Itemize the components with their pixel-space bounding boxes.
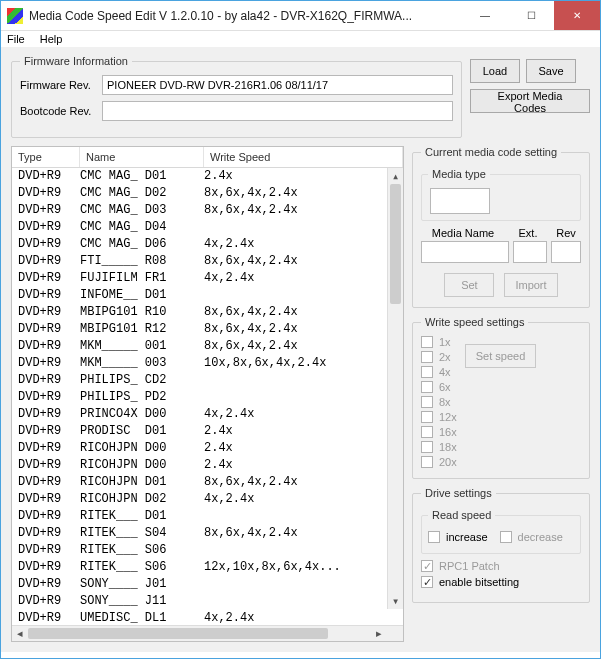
horizontal-scrollbar[interactable]: ◂ ▸ <box>12 625 403 641</box>
scroll-left-icon[interactable]: ◂ <box>12 626 28 641</box>
col-type[interactable]: Type <box>12 147 80 167</box>
set-button[interactable]: Set <box>444 273 494 297</box>
table-row[interactable]: DVD+R9RITEK___ S0612x,10x,8x,6x,4x... <box>12 559 387 576</box>
table-row[interactable]: DVD+R9RICOHJPN D002.4x <box>12 457 387 474</box>
bootcode-rev-value <box>102 101 453 121</box>
decrease-checkbox <box>500 531 512 543</box>
table-row[interactable]: DVD+R9SONY____ J11 <box>12 593 387 610</box>
save-button[interactable]: Save <box>526 59 576 83</box>
speed-checkbox <box>421 456 433 468</box>
table-row[interactable]: DVD+R9SONY____ J01 <box>12 576 387 593</box>
scroll-up-icon[interactable]: ▴ <box>388 168 403 184</box>
speed-checkbox <box>421 336 433 348</box>
media-table: Type Name Write Speed DVD+R9CMC MAG_ D01… <box>11 146 404 642</box>
table-row[interactable]: DVD+R9CMC MAG_ D028x,6x,4x,2.4x <box>12 185 387 202</box>
table-row[interactable]: DVD+R9RITEK___ S048x,6x,4x,2.4x <box>12 525 387 542</box>
speed-checkbox <box>421 381 433 393</box>
speed-checkbox <box>421 441 433 453</box>
media-name-label: Media Name <box>421 227 505 239</box>
scroll-thumb[interactable] <box>390 184 401 304</box>
rpc1-checkbox <box>421 560 433 572</box>
titlebar[interactable]: Media Code Speed Edit V 1.2.0.10 - by al… <box>1 1 600 31</box>
table-row[interactable]: DVD+R9CMC MAG_ D012.4x <box>12 168 387 185</box>
import-button[interactable]: Import <box>504 273 557 297</box>
table-row[interactable]: DVD+R9MKM_____ 0018x,6x,4x,2.4x <box>12 338 387 355</box>
firmware-legend: Firmware Information <box>20 55 132 67</box>
scroll-down-icon[interactable]: ▾ <box>388 593 403 609</box>
menu-file[interactable]: File <box>7 33 25 45</box>
table-row[interactable]: DVD+R9PHILIPS_ PD2 <box>12 389 387 406</box>
table-row[interactable]: DVD+R9RICOHJPN D018x,6x,4x,2.4x <box>12 474 387 491</box>
write-speed-group: Write speed settings 1x2x4x6x8x12x16x18x… <box>412 316 590 479</box>
col-name[interactable]: Name <box>80 147 204 167</box>
table-row[interactable]: DVD+R9CMC MAG_ D064x,2.4x <box>12 236 387 253</box>
firmware-rev-value: PIONEER DVD-RW DVR-216R1.06 08/11/17 <box>102 75 453 95</box>
table-row[interactable]: DVD+R9INFOME__ D01 <box>12 287 387 304</box>
menu-help[interactable]: Help <box>40 33 63 45</box>
maximize-button[interactable]: ☐ <box>508 1 554 30</box>
read-speed-group: Read speed increase decrease <box>421 509 581 554</box>
hscroll-thumb[interactable] <box>28 628 328 639</box>
ext-input[interactable] <box>513 241 547 263</box>
table-row[interactable]: DVD+R9FTI_____ R088x,6x,4x,2.4x <box>12 253 387 270</box>
table-row[interactable]: DVD+R9RITEK___ S06 <box>12 542 387 559</box>
speed-checkbox <box>421 351 433 363</box>
table-row[interactable]: DVD+R9PHILIPS_ CD2 <box>12 372 387 389</box>
minimize-button[interactable]: — <box>462 1 508 30</box>
table-row[interactable]: DVD+R9PRINCO4X D004x,2.4x <box>12 406 387 423</box>
table-row[interactable]: DVD+R9MBIPG101 R128x,6x,4x,2.4x <box>12 321 387 338</box>
table-row[interactable]: DVD+R9RITEK___ D01 <box>12 508 387 525</box>
close-button[interactable]: ✕ <box>554 1 600 30</box>
media-type-group: Media type <box>421 168 581 221</box>
vertical-scrollbar[interactable]: ▴ ▾ <box>387 168 403 609</box>
table-row[interactable]: DVD+R9PRODISC D012.4x <box>12 423 387 440</box>
window-title: Media Code Speed Edit V 1.2.0.10 - by al… <box>29 9 462 23</box>
set-speed-button[interactable]: Set speed <box>465 344 537 368</box>
table-row[interactable]: DVD+R9RICOHJPN D002.4x <box>12 440 387 457</box>
increase-checkbox[interactable] <box>428 531 440 543</box>
app-icon <box>7 8 23 24</box>
menubar: File Help <box>1 31 600 47</box>
ext-label: Ext. <box>511 227 545 239</box>
table-row[interactable]: DVD+R9RICOHJPN D024x,2.4x <box>12 491 387 508</box>
firmware-rev-label: Firmware Rev. <box>20 79 102 91</box>
media-type-value <box>430 188 490 214</box>
speed-checkbox <box>421 426 433 438</box>
speed-checkbox <box>421 411 433 423</box>
bitsetting-checkbox[interactable] <box>421 576 433 588</box>
table-row[interactable]: DVD+R9CMC MAG_ D038x,6x,4x,2.4x <box>12 202 387 219</box>
media-name-input[interactable] <box>421 241 509 263</box>
col-speed[interactable]: Write Speed <box>204 147 403 167</box>
table-row[interactable]: DVD+R9MKM_____ 00310x,8x,6x,4x,2.4x <box>12 355 387 372</box>
table-row[interactable]: DVD+R9CMC MAG_ D04 <box>12 219 387 236</box>
rev-label: Rev <box>551 227 581 239</box>
scroll-right-icon[interactable]: ▸ <box>371 626 387 641</box>
speed-checkbox <box>421 396 433 408</box>
current-media-group: Current media code setting Media type Me… <box>412 146 590 308</box>
table-row[interactable]: DVD+R9UMEDISC_ DL14x,2.4x <box>12 610 387 625</box>
bootcode-rev-label: Bootcode Rev. <box>20 105 102 117</box>
firmware-info-group: Firmware Information Firmware Rev. PIONE… <box>11 55 462 138</box>
table-row[interactable]: DVD+R9FUJIFILM FR14x,2.4x <box>12 270 387 287</box>
drive-settings-group: Drive settings Read speed increase decre… <box>412 487 590 603</box>
rev-input[interactable] <box>551 241 581 263</box>
speed-checkbox <box>421 366 433 378</box>
table-row[interactable]: DVD+R9MBIPG101 R108x,6x,4x,2.4x <box>12 304 387 321</box>
load-button[interactable]: Load <box>470 59 520 83</box>
export-media-codes-button[interactable]: Export Media Codes <box>470 89 590 113</box>
